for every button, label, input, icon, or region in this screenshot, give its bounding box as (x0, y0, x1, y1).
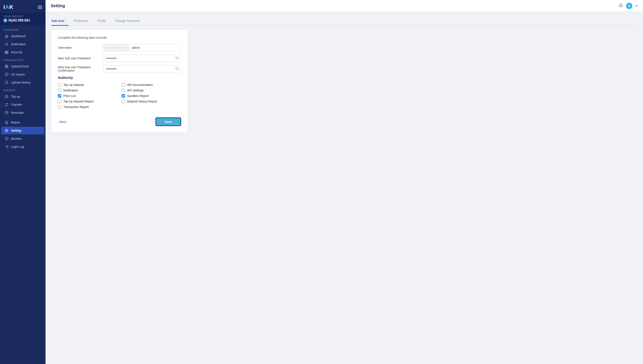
topbar-right: A ▼ (619, 3, 638, 9)
username-prefix: ──────────_ (104, 44, 129, 51)
sidebar-item-label: Notification (11, 42, 26, 46)
checkbox-label-api-settings: API Settings (127, 89, 144, 92)
password-input[interactable] (103, 55, 181, 62)
tab-profile[interactable]: Profile (98, 17, 110, 26)
authority-item-deposit-history-report: Deposit History Report (122, 100, 181, 103)
authority-grid: Top Up Deposit API Documentation Notific… (58, 83, 181, 109)
sidebar-item-label: Reminder (11, 111, 24, 114)
password-row: New Sub user Password (58, 55, 181, 62)
gear-icon (5, 129, 8, 132)
sidebar-item-label: Dashboard (11, 34, 26, 38)
file-icon (5, 80, 8, 84)
topup-icon (5, 94, 8, 98)
checkbox-deposit-history-report[interactable] (122, 100, 125, 103)
table-icon (5, 64, 8, 68)
sidebar-item-label: Setting (11, 129, 21, 132)
save-button[interactable]: Save (156, 117, 181, 126)
sidebar-item-price-list[interactable]: Price list (1, 48, 44, 56)
checkbox-price-list[interactable] (58, 94, 61, 98)
form-actions: ‹ Back Save (58, 116, 181, 126)
deposit-plus-icon: + (4, 18, 7, 22)
checkbox-label-api-documentation: API Documentation (127, 83, 153, 86)
authority-item-api-documentation: API Documentation (122, 83, 181, 86)
sidebar-item-reminder[interactable]: Reminder (1, 109, 44, 116)
svg-rect-1 (5, 52, 8, 53)
tab-sub-user[interactable]: Sub User (52, 17, 69, 26)
password-input-wrap (103, 55, 181, 62)
confirm-eye-icon[interactable] (176, 67, 179, 71)
settings-tabs: Sub User Production Profile Change Passw… (52, 17, 637, 26)
sidebar-item-login-log[interactable]: Login Log (1, 143, 44, 150)
sidebar-item-notification[interactable]: Notification (1, 40, 44, 48)
sidebar-item-setting[interactable]: Setting (1, 127, 44, 134)
section-label-overview: OVERVIEW (0, 26, 46, 32)
username-label: Username (58, 46, 100, 49)
sidebar-item-report[interactable]: Report (1, 119, 44, 126)
checkbox-sandbox-report[interactable] (122, 94, 125, 98)
authority-item-top-up-deposit: Top Up Deposit (58, 83, 117, 86)
monitor-icon (5, 72, 8, 76)
sidebar-item-upload-history[interactable]: Upload History (1, 79, 44, 86)
login-log-icon (5, 145, 8, 148)
deposit-section: YOUR DEPOSIT + Rp62.089.681 (0, 13, 46, 25)
report-icon (5, 120, 8, 124)
sidebar-item-label: On Inquiry (11, 73, 25, 76)
bell-icon (5, 42, 8, 46)
svg-rect-3 (5, 65, 8, 68)
authority-title: Authority (58, 76, 181, 80)
user-avatar[interactable]: A (626, 3, 632, 9)
svg-rect-13 (5, 112, 8, 114)
checkbox-label-price-list: Price List (63, 94, 76, 98)
authority-item-price-list: Price List (58, 94, 117, 98)
sidebar: IAK YOUR DEPOSIT + Rp62.089.681 OVERVIEW… (0, 0, 46, 364)
sidebar-item-devices[interactable]: Devices (1, 135, 44, 142)
svg-rect-0 (5, 51, 8, 52)
checkbox-api-documentation[interactable] (122, 83, 125, 86)
notification-bell-icon[interactable] (619, 3, 623, 8)
checkbox-transaction-report[interactable] (58, 105, 61, 109)
confirm-password-input[interactable] (103, 65, 181, 72)
sidebar-item-label: Upload History (11, 81, 30, 84)
svg-point-19 (6, 130, 7, 131)
username-input-wrap: ──────────_ (103, 44, 181, 51)
sidebar-item-transfer[interactable]: Transfer (1, 101, 44, 108)
svg-rect-2 (5, 53, 8, 54)
password-eye-icon[interactable] (176, 56, 179, 60)
sidebar-item-label: Report (11, 121, 20, 124)
checkbox-api-settings[interactable] (122, 89, 125, 92)
topbar-chevron-down-icon[interactable]: ▼ (635, 4, 638, 8)
back-button[interactable]: ‹ Back (58, 120, 66, 124)
sidebar-item-label: Top up (11, 95, 20, 98)
checkbox-notification[interactable] (58, 89, 61, 92)
tab-change-password[interactable]: Change Password (115, 17, 144, 26)
svg-rect-20 (5, 137, 8, 139)
authority-item-top-up-deposit-report: Top Up Deposit Report (58, 100, 117, 103)
content-area: Sub User Production Profile Change Passw… (46, 12, 643, 364)
checkbox-top-up-deposit[interactable] (58, 83, 61, 86)
page-title: Setting (50, 4, 65, 8)
list-icon (5, 50, 8, 54)
checkbox-label-top-up-deposit-report: Top Up Deposit Report (63, 100, 94, 103)
checkbox-label-deposit-history-report: Deposit History Report (127, 100, 157, 103)
tab-production[interactable]: Production (74, 17, 92, 26)
form-intro-text: Complete the following data correctly. (58, 36, 181, 39)
confirm-password-input-wrap (103, 65, 181, 72)
confirm-password-label: New Sub user Password Confirmation (58, 66, 100, 72)
confirm-password-row: New Sub user Password Confirmation (58, 65, 181, 72)
svg-rect-7 (5, 73, 8, 75)
sidebar-item-top-up[interactable]: Top up (1, 93, 44, 100)
username-input[interactable] (129, 44, 181, 51)
section-label-deposit: DEPOSIT (0, 86, 46, 92)
reminder-icon (5, 111, 8, 114)
hamburger-menu-icon[interactable] (38, 6, 42, 9)
checkbox-top-up-deposit-report[interactable] (58, 100, 61, 103)
sidebar-item-upload-excel[interactable]: Upload Excel (1, 62, 44, 70)
main-content: Setting A ▼ Sub User Production Profile … (46, 0, 643, 364)
username-row: Username ──────────_ (58, 44, 181, 51)
home-icon (5, 34, 8, 38)
transfer-icon (5, 103, 8, 106)
devices-icon (5, 137, 8, 140)
sidebar-item-label: Price list (11, 50, 22, 54)
sidebar-item-dashboard[interactable]: Dashboard (1, 32, 44, 40)
sidebar-item-on-inquiry[interactable]: On Inquiry (1, 70, 44, 78)
